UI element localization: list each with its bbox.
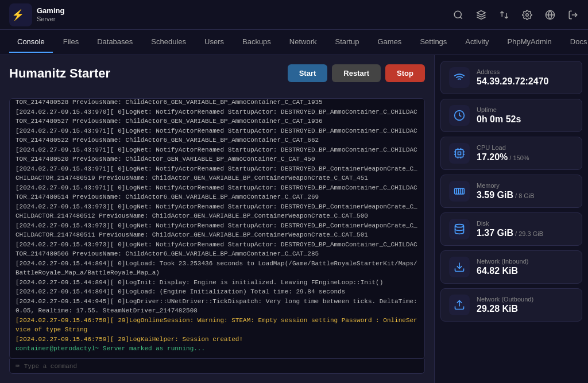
svg-text:⚡: ⚡: [11, 9, 25, 21]
nav-tab-backups[interactable]: Backups: [234, 32, 279, 53]
stat-info-disk: Disk1.37 GiB / 29.3 GiB: [477, 220, 574, 238]
nav-tab-databases[interactable]: Databases: [89, 32, 141, 53]
stat-card-uptime: Uptime0h 0m 52s: [440, 99, 582, 132]
upload-icon: [449, 295, 470, 315]
nav-tab-phpmyadmin[interactable]: PhpMyAdmin: [500, 32, 560, 53]
console-line: [2024.02.27-09.15.43:971][ 0]LogNet: Not…: [16, 126, 419, 145]
svg-rect-10: [455, 149, 463, 157]
stat-value-secondary-disk: / 29.3 GiB: [513, 230, 543, 237]
stat-label-address: Address: [477, 68, 574, 75]
stat-label-cpu: CPU Load: [477, 144, 574, 151]
download-icon: [449, 257, 470, 277]
console-line: [2024.02.27-09.15.43:973][ 0]LogNet: Not…: [16, 202, 419, 221]
stat-card-disk: Disk1.37 GiB / 29.3 GiB: [440, 212, 582, 246]
stat-value-secondary-memory: / 8 GiB: [513, 192, 535, 199]
action-buttons: Start Restart Stop: [288, 64, 425, 82]
stat-info-cpu: CPU Load17.20% / 150%: [477, 144, 574, 163]
stat-value-disk: 1.37 GiB / 29.3 GiB: [477, 228, 574, 238]
page-title: Humanitz Starter: [9, 66, 110, 81]
disk-icon: [449, 219, 470, 239]
console-line: [2024.02.27-09.15.44:894][ 0]LogLoad: To…: [16, 259, 419, 278]
cpu-icon: [449, 143, 470, 164]
stat-card-network-outbound: Network (Outbound)29.28 KiB: [440, 288, 582, 322]
nav-tab-console[interactable]: Console: [9, 32, 53, 53]
stat-label-disk: Disk: [477, 220, 574, 227]
stat-info-uptime: Uptime0h 0m 52s: [477, 106, 574, 125]
stat-value-network-outbound: 29.28 KiB: [477, 304, 574, 314]
stat-value-uptime: 0h 0m 52s: [477, 114, 574, 125]
stat-label-network-outbound: Network (Outbound): [477, 296, 574, 303]
top-nav-icons: [452, 9, 579, 21]
stat-info-network-outbound: Network (Outbound)29.28 KiB: [477, 296, 574, 314]
console-line: [2024.02.27-09.15.44:894][ 0]LogInit: Di…: [16, 278, 419, 288]
stat-card-address: Address54.39.29.72:2470: [440, 61, 582, 94]
stat-value-address: 54.39.29.72:2470: [477, 76, 574, 87]
nav-tab-network[interactable]: Network: [281, 32, 325, 53]
console-line: [2024.02.27-09.15.43:971][ 0]LogNet: Not…: [16, 183, 419, 202]
logo-server: Server: [37, 16, 64, 22]
memory-icon: [449, 181, 470, 202]
stat-label-memory: Memory: [477, 182, 574, 189]
svg-point-25: [455, 225, 464, 227]
stat-card-memory: Memory3.59 GiB / 8 GiB: [440, 175, 582, 208]
logo-text: Gaming Server: [37, 7, 64, 22]
svg-point-4: [526, 13, 529, 16]
exit-icon[interactable]: [567, 9, 579, 21]
clock-icon: [449, 105, 470, 126]
stat-label-uptime: Uptime: [477, 106, 574, 113]
stat-card-cpu: CPU Load17.20% / 150%: [440, 137, 582, 170]
console-line: [2024.02.27-09.15.43:973][ 0]LogNet: Not…: [16, 240, 419, 259]
console-line: [2024.02.27-09.15.43:970][ 0]LogNet: Not…: [16, 98, 419, 107]
search-icon[interactable]: [452, 9, 464, 21]
svg-rect-11: [458, 152, 461, 155]
transfer-icon[interactable]: [498, 9, 510, 21]
console-input[interactable]: [24, 363, 419, 370]
console-line: [2024.02.27-09.15.44:894][ 0]LogLoad: (E…: [16, 287, 419, 297]
header-row: Humanitz Starter Start Restart Stop: [9, 64, 425, 90]
stat-info-address: Address54.39.29.72:2470: [477, 68, 574, 87]
nav-tab-files[interactable]: Files: [55, 32, 87, 53]
sub-navbar: ConsoleFilesDatabasesSchedulesUsersBacku…: [0, 30, 588, 55]
right-panel: Address54.39.29.72:2470Uptime0h 0m 52sCP…: [434, 55, 588, 383]
top-navbar: ⚡ Gaming Server: [0, 0, 588, 30]
nav-tab-docs[interactable]: Docs: [562, 32, 588, 53]
globe-icon[interactable]: [544, 9, 556, 21]
start-button[interactable]: Start: [288, 64, 328, 82]
stat-label-network-inbound: Network (Inbound): [477, 258, 574, 265]
main-content: Humanitz Starter Start Restart Stop Chil…: [0, 55, 588, 383]
layers-icon[interactable]: [475, 9, 487, 21]
stat-value-cpu: 17.20% / 150%: [477, 152, 574, 163]
nav-tab-startup[interactable]: Startup: [327, 32, 368, 53]
console-line: [2024.02.27-09.15.46:758][ 29]LogOnlineS…: [16, 316, 419, 335]
nav-tab-activity[interactable]: Activity: [457, 32, 497, 53]
console-prompt: ⌨: [16, 362, 20, 370]
stat-info-network-inbound: Network (Inbound)64.82 KiB: [477, 258, 574, 276]
logo-icon: ⚡: [9, 3, 32, 26]
nav-tab-users[interactable]: Users: [196, 32, 232, 53]
console-output: ChildActorS_GEN_VARIABLE_BP_AmmoContaine…: [9, 98, 425, 359]
svg-point-2: [454, 11, 461, 18]
stat-value-network-inbound: 64.82 KiB: [477, 266, 574, 276]
nav-tab-schedules[interactable]: Schedules: [143, 32, 194, 53]
svg-marker-3: [477, 10, 486, 15]
console-line: [2024.02.27-09.15.43:971][ 0]LogNet: Not…: [16, 145, 419, 164]
logo-area: ⚡ Gaming Server: [9, 3, 64, 26]
console-line: [2024.02.27-09.15.44:945][ 0]LogDriver::…: [16, 297, 419, 316]
wifi-icon: [449, 67, 470, 88]
stop-button[interactable]: Stop: [385, 64, 425, 82]
console-line: container@pterodactyl~ Server marked as …: [16, 344, 419, 354]
left-panel: Humanitz Starter Start Restart Stop Chil…: [0, 55, 434, 383]
console-line: [2024.02.27-09.15.46:759][ 29]LogKaiHelp…: [16, 335, 419, 345]
console-line: [2024.02.27-09.15.43:970][ 0]LogNet: Not…: [16, 107, 419, 126]
logo-gaming: Gaming: [37, 7, 64, 15]
stat-value-memory: 3.59 GiB / 8 GiB: [477, 190, 574, 200]
nav-tab-games[interactable]: Games: [369, 32, 409, 53]
nav-tab-settings[interactable]: Settings: [412, 32, 455, 53]
console-line: [2024.02.27-09.15.43:973][ 0]LogNet: Not…: [16, 221, 419, 240]
console-input-area: ⌨: [9, 359, 425, 374]
gear-icon[interactable]: [521, 9, 533, 21]
stat-info-memory: Memory3.59 GiB / 8 GiB: [477, 182, 574, 200]
restart-button[interactable]: Restart: [332, 64, 381, 82]
stat-card-network-inbound: Network (Inbound)64.82 KiB: [440, 250, 582, 284]
console-line: [2024.02.27-09.15.43:971][ 0]LogNet: Not…: [16, 164, 419, 183]
